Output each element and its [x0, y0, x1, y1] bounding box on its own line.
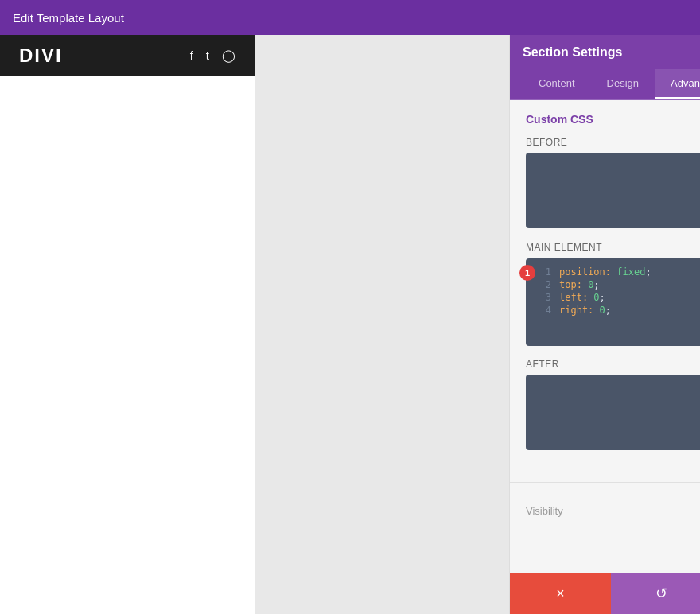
twitter-icon[interactable]: t	[206, 49, 209, 63]
css-property-1: position:	[559, 266, 616, 278]
line-num-3: 3	[535, 292, 551, 303]
tab-content[interactable]: Content	[523, 69, 591, 99]
line-content-2: top: 0;	[559, 279, 600, 290]
custom-css-title: Custom CSS	[526, 113, 593, 126]
action-bar: × ↺ ↻ ✓	[510, 573, 700, 614]
before-label: Before	[526, 137, 700, 148]
after-label: After	[526, 359, 700, 370]
css-property-3: left:	[559, 292, 593, 303]
line-num-4: 4	[535, 305, 551, 316]
settings-panel: Section Settings ⛶ ◫ ⋮ Content Design Ad…	[509, 35, 700, 614]
line-content-3: left: 0;	[559, 292, 605, 303]
main-area: DIVI f t ◯ Section Settings ⛶ ◫ ⋮	[0, 35, 700, 614]
undo-button[interactable]: ↺	[611, 573, 700, 614]
tab-design[interactable]: Design	[591, 69, 655, 99]
line-num-1: 1	[535, 266, 551, 278]
css-value-4: 0	[600, 305, 605, 316]
custom-css-section: Custom CSS ∧ ⋮ Before Main Element ?	[510, 100, 700, 476]
code-line-4: 4 right: 0;	[535, 305, 700, 316]
visibility-label: Visibility	[526, 505, 563, 517]
top-bar: Edit Template Layout	[0, 0, 700, 35]
page-title: Edit Template Layout	[13, 11, 124, 25]
line-num-2: 2	[535, 279, 551, 290]
tabs-bar: Content Design Advanced	[510, 69, 700, 100]
settings-title: Section Settings	[523, 45, 622, 60]
after-code-area[interactable]	[526, 375, 700, 450]
cancel-button[interactable]: ×	[510, 573, 611, 614]
divi-logo: DIVI	[19, 45, 63, 67]
css-property-4: right:	[559, 305, 600, 316]
cancel-icon: ×	[556, 585, 565, 602]
tab-advanced[interactable]: Advanced	[655, 69, 700, 99]
section-header: Custom CSS ∧ ⋮	[526, 113, 700, 126]
code-line-2: 2 top: 0;	[535, 279, 700, 290]
main-element-code-editor[interactable]: 1 1 position: fixed; 2 top: 0;	[526, 258, 700, 346]
after-section: After	[526, 359, 700, 450]
instagram-icon[interactable]: ◯	[222, 49, 235, 63]
line-content-1: position: fixed;	[559, 266, 651, 278]
facebook-icon[interactable]: f	[190, 49, 193, 63]
css-value-3: 0	[593, 292, 599, 303]
social-icons: f t ◯	[190, 49, 235, 63]
divider	[510, 482, 700, 483]
visibility-row[interactable]: Visibility ⌄	[510, 489, 700, 532]
error-badge: 1	[519, 265, 535, 281]
line-content-4: right: 0;	[559, 305, 611, 316]
before-code-area[interactable]	[526, 153, 700, 228]
css-property-2: top:	[559, 279, 588, 290]
settings-header: Section Settings ⛶ ◫ ⋮	[510, 35, 700, 69]
code-line-1: 1 position: fixed;	[535, 266, 700, 278]
divi-header: DIVI f t ◯	[0, 35, 255, 76]
panel-content[interactable]: Custom CSS ∧ ⋮ Before Main Element ?	[510, 100, 700, 573]
main-element-label: Main Element	[526, 242, 602, 253]
main-element-row: Main Element ? ▭ ▶ ↻ ⋮	[526, 241, 700, 254]
css-value-1: fixed	[616, 266, 645, 278]
code-line-3: 3 left: 0;	[535, 292, 700, 303]
left-panel: DIVI f t ◯	[0, 35, 255, 614]
settings-wrapper: Section Settings ⛶ ◫ ⋮ Content Design Ad…	[255, 35, 660, 614]
undo-icon: ↺	[655, 585, 667, 602]
